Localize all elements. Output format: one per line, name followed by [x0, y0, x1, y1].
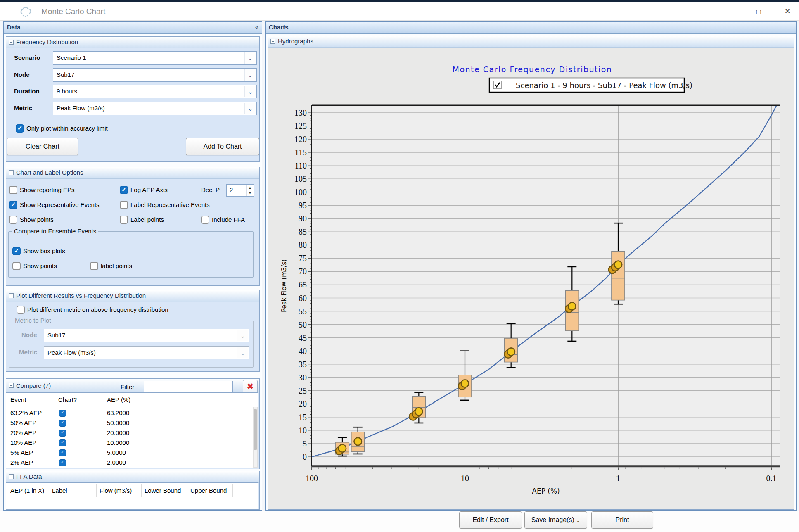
clear-filter-button[interactable]: ✖ — [243, 380, 258, 393]
spinner-down-icon[interactable]: ▼ — [247, 190, 254, 196]
group-title: Plot Different Results vs Frequency Dist… — [16, 292, 146, 299]
chevron-down-icon: ⌄ — [237, 347, 248, 358]
frequency-distribution-chart[interactable]: 0510152025303540455055606570758085909510… — [268, 48, 793, 509]
x-tick-label: 0.1 — [766, 474, 777, 483]
include-ffa-checkbox[interactable] — [201, 216, 209, 224]
print-button[interactable]: Print — [591, 511, 653, 529]
metric-dropdown[interactable]: Peak Flow (m3/s) ⌄ — [53, 102, 257, 115]
metric-value: Peak Flow (m3/s) — [57, 104, 105, 112]
collapse-group-icon[interactable]: − — [270, 39, 275, 44]
collapse-group-icon[interactable]: − — [9, 474, 14, 479]
x-axis-title: AEP (%) — [532, 487, 560, 495]
clear-chart-button[interactable]: Clear Chart — [7, 138, 78, 155]
data-panel-title: Data — [7, 24, 21, 31]
y-tick-label: 55 — [299, 307, 307, 316]
node-dropdown[interactable]: Sub17 ⌄ — [53, 68, 257, 82]
y-tick-label: 80 — [299, 240, 307, 249]
show-representative-events-checkbox[interactable] — [9, 201, 17, 209]
column-header-aep[interactable]: AEP (%) — [107, 396, 130, 403]
close-button[interactable]: ✕ — [781, 6, 794, 17]
spinner-up-icon[interactable]: ▲ — [247, 185, 254, 190]
ensemble-label-points-checkbox[interactable] — [90, 262, 98, 270]
event-cell: 63.2% AEP — [10, 409, 42, 416]
y-tick-label: 0 — [303, 452, 307, 461]
ffa-column-header[interactable]: Label — [52, 487, 67, 494]
legend[interactable]: Scenario 1 - 9 hours - Sub17 - Peak Flow… — [489, 78, 692, 92]
chart-checkbox[interactable] — [59, 459, 66, 466]
only-plot-accuracy-checkbox[interactable] — [16, 124, 24, 133]
chevron-down-icon[interactable]: ⌄ — [244, 86, 256, 97]
y-tick-label: 85 — [299, 227, 307, 236]
monte-carlo-chart-window: Monte Carlo Chart – ▢ ✕ Data « − Frequen… — [0, 0, 799, 532]
scrollbar-thumb[interactable] — [254, 409, 257, 450]
duration-dropdown[interactable]: 9 hours ⌄ — [53, 85, 257, 98]
edit-export-button[interactable]: Edit / Export — [459, 511, 522, 529]
duration-label: Duration — [14, 88, 40, 95]
chevron-down-icon[interactable]: ⌄ — [244, 52, 256, 64]
dec-p-spinner[interactable]: 2 ▲ ▼ — [226, 184, 254, 197]
save-images-button[interactable]: Save Image(s) ⌄ — [524, 511, 587, 529]
plot-node-value: Sub17 — [47, 332, 65, 339]
ffa-column-header[interactable]: Lower Bound — [145, 487, 181, 494]
group-header: − FFA Data — [6, 471, 259, 483]
hydrographs-group: − Hydrographs 05101520253035404550556065… — [268, 36, 794, 510]
show-reporting-eps-label: Show reporting EPs — [20, 186, 75, 194]
bottom-bar: Edit / Export Save Image(s) ⌄ Print — [0, 511, 799, 532]
ffa-column-header[interactable]: Flow (m3/s) — [100, 487, 132, 494]
add-to-chart-button[interactable]: Add To Chart — [186, 138, 259, 155]
collapse-group-icon[interactable]: − — [9, 383, 14, 388]
plot-metric-dropdown: Peak Flow (m3/s) ⌄ — [44, 346, 249, 359]
collapse-panel-icon[interactable]: « — [255, 23, 258, 30]
column-header-chart[interactable]: Chart? — [58, 396, 77, 403]
filter-input[interactable] — [144, 381, 233, 392]
minimize-button[interactable]: – — [722, 6, 734, 17]
chart-checkbox[interactable] — [59, 410, 66, 417]
show-box-plots-label: Show box plots — [23, 247, 65, 255]
column-header-event[interactable]: Event — [10, 396, 26, 403]
y-tick-label: 125 — [294, 121, 307, 131]
plot-different-metric-checkbox[interactable] — [17, 306, 25, 314]
charts-panel-title: Charts — [269, 24, 289, 31]
collapse-group-icon[interactable]: − — [9, 293, 14, 298]
x-tick-label: 1 — [616, 474, 620, 483]
window-title: Monte Carlo Chart — [41, 7, 105, 16]
label-points-checkbox[interactable] — [120, 216, 128, 224]
log-aep-axis-checkbox[interactable] — [120, 186, 128, 194]
plot-different-metric-label: Plot different metric on above frequency… — [27, 306, 168, 314]
chevron-down-icon[interactable]: ⌄ — [244, 103, 256, 114]
scenario-dropdown[interactable]: Scenario 1 ⌄ — [53, 51, 257, 65]
compare-scrollbar[interactable] — [253, 407, 258, 468]
chart-checkbox[interactable] — [59, 439, 66, 446]
metric-to-plot-fieldset: Metric to Plot — [9, 321, 254, 368]
label-representative-events-label: Label Representative Events — [130, 201, 210, 209]
chart-checkbox[interactable] — [59, 430, 66, 437]
y-tick-label: 65 — [299, 280, 307, 289]
show-representative-events-label: Show Representative Events — [20, 201, 100, 209]
chart-checkbox[interactable] — [59, 449, 66, 456]
show-box-plots-checkbox[interactable] — [12, 247, 21, 255]
chart-checkbox[interactable] — [59, 420, 66, 427]
cloud-rain-icon — [19, 7, 33, 17]
plot-metric-value: Peak Flow (m3/s) — [47, 349, 96, 356]
ffa-column-header[interactable]: Upper Bound — [190, 487, 227, 494]
chevron-down-icon: ⌄ — [237, 330, 248, 341]
dec-p-label: Dec. P — [201, 186, 220, 194]
maximize-button[interactable]: ▢ — [752, 6, 765, 17]
label-representative-events-checkbox[interactable] — [120, 201, 128, 209]
collapse-group-icon[interactable]: − — [9, 40, 14, 45]
y-tick-label: 70 — [299, 267, 307, 276]
collapse-group-icon[interactable]: − — [9, 170, 14, 175]
chevron-down-icon[interactable]: ⌄ — [244, 69, 256, 81]
y-tick-label: 15 — [299, 413, 307, 422]
y-tick-label: 60 — [299, 294, 307, 303]
ffa-column-header[interactable]: AEP (1 in X) — [10, 487, 44, 494]
x-tick-label: 100 — [306, 474, 318, 483]
ensemble-show-points-label: Show points — [23, 262, 57, 270]
y-tick-label: 75 — [299, 254, 307, 263]
spinner-buttons: ▲ ▼ — [246, 185, 254, 196]
show-reporting-eps-checkbox[interactable] — [9, 186, 17, 194]
show-points-checkbox[interactable] — [9, 216, 17, 224]
ensemble-show-points-checkbox[interactable] — [12, 262, 21, 270]
aep-cell: 2.0000 — [107, 459, 126, 466]
group-header: − Chart and Label Options — [6, 167, 259, 179]
